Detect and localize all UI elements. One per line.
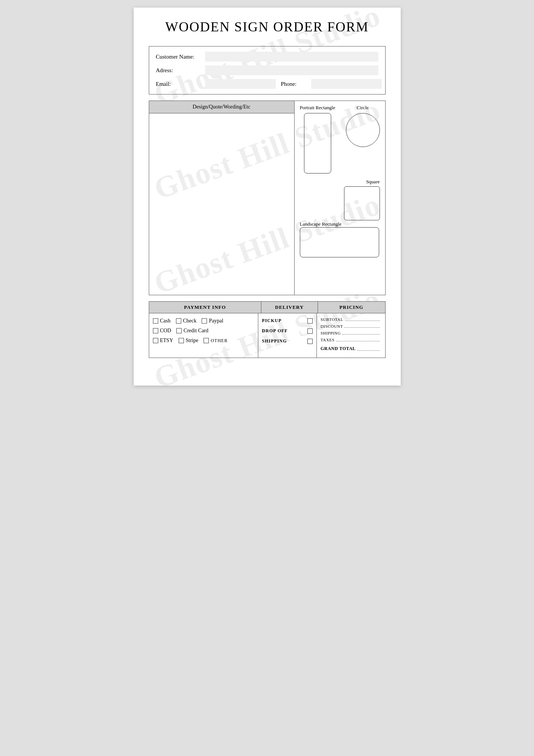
square-label: Square (366, 179, 380, 185)
creditcard-option: Credit Card (176, 328, 208, 334)
shipping-dots (342, 334, 380, 335)
address-label: Adress: (156, 67, 205, 74)
name-row: Customer Name: (156, 52, 378, 62)
pickup-label: PICKUP (262, 318, 282, 324)
design-section: Design/Quote/Wording/Etc Portrait Rectan… (149, 101, 386, 295)
pickup-item: PICKUP (262, 318, 313, 324)
cash-label: Cash (160, 318, 171, 324)
shipping-checkbox[interactable] (307, 339, 313, 344)
subtotal-dots (345, 321, 380, 321)
subtotal-row: SUBTOTAL (321, 317, 381, 322)
circle-shape (346, 113, 380, 147)
cash-checkbox[interactable] (153, 318, 158, 324)
other-option: OTHER (204, 338, 228, 344)
shipping-pricing-label: SHIPPING (321, 331, 341, 335)
creditcard-checkbox[interactable] (176, 328, 182, 333)
check-checkbox[interactable] (176, 318, 181, 324)
name-input[interactable] (205, 52, 378, 62)
pricing-header: PRICING (318, 302, 385, 313)
payment-options-col: Cash Check Paypal (149, 313, 258, 358)
pricing-col-body: SUBTOTAL DISCOUNT SHIPPING TAXES (317, 313, 385, 358)
cash-option: Cash (153, 318, 171, 324)
payment-header: PAYMENT INFO (149, 302, 262, 313)
shapes-top-row: Portrait Rectangle Circle (300, 105, 380, 174)
customer-section: Customer Name: Adress: Email: Phone: (149, 46, 386, 94)
address-row: Adress: (156, 65, 378, 75)
content: WOODEN SIGN ORDER FORM Customer Name: Ad… (149, 19, 386, 358)
check-option: Check (176, 318, 197, 324)
etsy-checkbox[interactable] (153, 338, 158, 343)
subtotal-label: SUBTOTAL (321, 317, 343, 322)
dropoff-checkbox[interactable] (307, 328, 313, 334)
circle-group: Circle (346, 105, 380, 147)
design-body[interactable] (149, 113, 294, 295)
cod-label: COD (160, 328, 171, 334)
circle-label: Circle (357, 105, 369, 111)
etsy-label: ETSY (160, 338, 173, 344)
taxes-dots (336, 341, 380, 341)
shipping-label: SHIPPING (262, 338, 287, 344)
payment-row-2: COD Credit Card (153, 328, 254, 334)
stripe-checkbox[interactable] (179, 338, 184, 343)
etsy-option: ETSY (153, 338, 173, 344)
taxes-label: TAXES (321, 338, 335, 342)
stripe-option: Stripe (179, 338, 198, 344)
portrait-group: Portrait Rectangle (300, 105, 335, 174)
grandtotal-label: GRAND TOTAL (321, 346, 356, 352)
portrait-label: Portrait Rectangle (300, 105, 335, 111)
design-right: Portrait Rectangle Circle Square Landsca… (295, 101, 385, 295)
square-group: Square (300, 176, 380, 220)
portrait-rect-shape (304, 113, 331, 174)
landscape-rect-shape (300, 227, 379, 257)
check-label: Check (183, 318, 197, 324)
cod-checkbox[interactable] (153, 328, 158, 333)
creditcard-label: Credit Card (184, 328, 208, 334)
email-label: Email: (156, 81, 205, 87)
pickup-checkbox[interactable] (307, 318, 313, 324)
square-shape (344, 186, 380, 220)
paypal-label: Paypal (209, 318, 223, 324)
payment-section: PAYMENT INFO DELIVERY PRICING Cash Ch (149, 301, 386, 358)
other-label: OTHER (211, 338, 228, 344)
discount-dots (344, 327, 380, 328)
design-header: Design/Quote/Wording/Etc (149, 101, 294, 113)
payment-row-1: Cash Check Paypal (153, 318, 254, 324)
discount-label: DISCOUNT (321, 324, 343, 328)
paypal-checkbox[interactable] (202, 318, 207, 324)
cod-option: COD (153, 328, 171, 334)
shipping-item: SHIPPING (262, 338, 313, 344)
landscape-group: Landscape Rectangle (300, 220, 380, 257)
page-title: WOODEN SIGN ORDER FORM (149, 19, 386, 35)
grandtotal-dots (357, 350, 380, 351)
design-left: Design/Quote/Wording/Etc (149, 101, 295, 295)
grandtotal-row: GRAND TOTAL (321, 344, 381, 352)
page: Ghost Hill Studio Ghost Hill Studio Ghos… (134, 8, 401, 386)
phone-label: Phone: (281, 81, 311, 87)
email-phone-row: Email: Phone: (156, 79, 378, 89)
email-input[interactable] (205, 79, 276, 89)
other-checkbox[interactable] (204, 338, 209, 343)
address-input[interactable] (205, 65, 378, 75)
shipping-row: SHIPPING (321, 331, 381, 335)
payment-row-3: ETSY Stripe OTHER (153, 338, 254, 344)
landscape-label: Landscape Rectangle (300, 221, 342, 227)
dropoff-label: DROP OFF (262, 328, 288, 334)
payment-body: Cash Check Paypal (149, 313, 385, 358)
discount-row: DISCOUNT (321, 324, 381, 328)
payment-header-row: PAYMENT INFO DELIVERY PRICING (149, 302, 385, 313)
delivery-options-col: PICKUP DROP OFF SHIPPING (258, 313, 317, 358)
dropoff-item: DROP OFF (262, 328, 313, 334)
phone-input[interactable] (311, 79, 382, 89)
stripe-label: Stripe (186, 338, 198, 344)
taxes-row: TAXES (321, 338, 381, 342)
delivery-header: DELIVERY (261, 302, 318, 313)
name-label: Customer Name: (156, 54, 205, 60)
paypal-option: Paypal (202, 318, 223, 324)
